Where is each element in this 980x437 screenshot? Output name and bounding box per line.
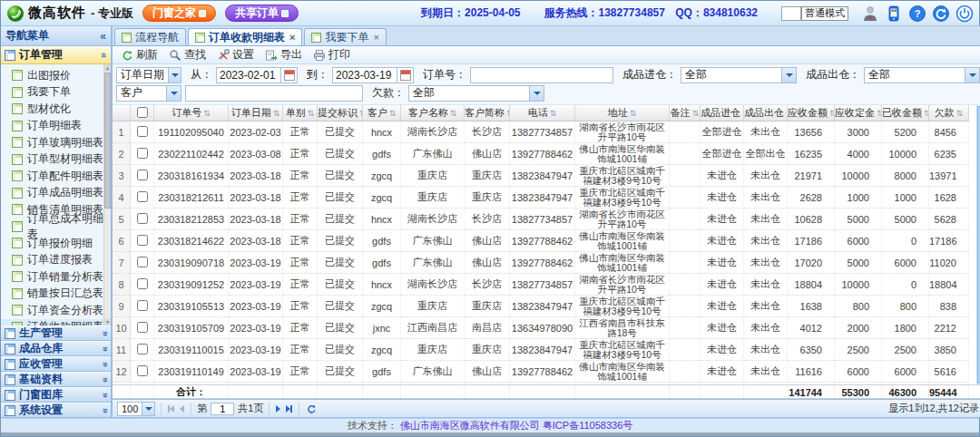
- table-row[interactable]: 9 230319105513 2023-03-19 正常 已提交 zgcq 重庆…: [113, 296, 969, 317]
- date-type-select[interactable]: 订单日期: [116, 67, 181, 83]
- row-checkbox[interactable]: [137, 257, 148, 267]
- column-header[interactable]: 客户⇅: [363, 105, 401, 121]
- column-header[interactable]: 电话⇅: [510, 105, 575, 121]
- table-row[interactable]: 11 230319110015 2023-03-19 正常 已提交 zgcq 重…: [113, 339, 969, 361]
- column-header[interactable]: 成品进仓⇅: [701, 105, 744, 121]
- order-no-input[interactable]: [470, 67, 613, 83]
- page-size-select[interactable]: 100: [117, 402, 155, 416]
- sort-icon[interactable]: ⇅: [389, 109, 397, 118]
- row-checkbox[interactable]: [137, 278, 148, 289]
- sidebar-collapse-icon[interactable]: «: [100, 30, 106, 43]
- chevron-down-icon[interactable]: [529, 86, 544, 101]
- mobile-app-icon[interactable]: [885, 5, 903, 23]
- sidebar-item[interactable]: 订单资金分析表: [1, 302, 111, 319]
- select-all-checkbox[interactable]: [137, 107, 148, 118]
- user-avatar-icon[interactable]: [861, 5, 879, 23]
- sidebar-item[interactable]: 订单明细表: [1, 118, 111, 135]
- sidebar-item[interactable]: 订单总成本明细表: [1, 218, 111, 236]
- first-page-button[interactable]: [167, 405, 175, 413]
- refresh-session-icon[interactable]: [932, 5, 950, 23]
- print-button[interactable]: 打印: [309, 46, 355, 63]
- column-header[interactable]: 欠款⇅: [929, 105, 969, 121]
- row-checkbox[interactable]: [137, 191, 148, 202]
- column-header[interactable]: 订单号⇅: [154, 105, 229, 121]
- table-row[interactable]: 7 230319090718 2023-03-19 正常 已提交 gdfs 广东…: [113, 252, 969, 274]
- chevron-down-icon[interactable]: [168, 68, 181, 83]
- table-row[interactable]: 2 230221102442 2023-03-08 正常 已提交 gdfs 广东…: [113, 143, 969, 165]
- sort-icon[interactable]: ⇅: [273, 109, 280, 118]
- refresh-button[interactable]: 刷新: [116, 46, 162, 63]
- find-button[interactable]: 查找: [164, 46, 211, 63]
- sidebar-item[interactable]: 订单收款明细表: [1, 319, 111, 326]
- debt-select[interactable]: 全部: [408, 85, 544, 102]
- date-to-input[interactable]: [332, 67, 397, 83]
- sidebar-item[interactable]: 出图报价: [1, 67, 111, 84]
- in-warehouse-select[interactable]: 全部: [681, 67, 797, 83]
- calendar-icon[interactable]: [397, 67, 414, 83]
- row-checkbox[interactable]: [137, 126, 148, 137]
- grid-scrollbar[interactable]: [976, 105, 980, 384]
- sort-icon[interactable]: ⇅: [956, 109, 964, 118]
- customer-type-select[interactable]: 客户: [116, 85, 181, 102]
- tab-process-nav[interactable]: 流程导航: [114, 28, 186, 45]
- column-header[interactable]: 单别⇅: [283, 105, 318, 121]
- table-row[interactable]: 10 230319105709 2023-03-19 正常 已提交 jxnc 江…: [113, 317, 969, 339]
- sidebar-item[interactable]: 我要下单: [1, 84, 111, 102]
- sidebar-scrollbar[interactable]: ▲ ▼: [103, 64, 111, 325]
- page-number-input[interactable]: [211, 403, 234, 415]
- mode-input[interactable]: [781, 6, 801, 21]
- last-page-button[interactable]: [285, 405, 293, 413]
- sort-icon[interactable]: ⇅: [692, 109, 700, 118]
- chevron-down-icon[interactable]: «: [99, 392, 110, 397]
- sidebar-section[interactable]: 成品仓库 «: [1, 341, 111, 356]
- tab-order-receipts[interactable]: 订单收款明细表 ×: [188, 28, 302, 45]
- out-warehouse-select[interactable]: 全部: [864, 67, 980, 83]
- chevron-down-icon[interactable]: «: [99, 407, 110, 413]
- scrollbar-thumb[interactable]: [104, 73, 111, 209]
- chevron-down-icon[interactable]: «: [99, 376, 110, 382]
- column-header[interactable]: 客户简称⇅: [465, 105, 510, 121]
- table-row[interactable]: 8 230319091252 2023-03-19 正常 已提交 hncx 湖南…: [113, 274, 969, 296]
- sidebar-item[interactable]: 销量按日汇总表: [1, 286, 111, 303]
- settings-button[interactable]: 设置: [212, 46, 259, 63]
- row-checkbox[interactable]: [137, 322, 148, 333]
- chevron-down-icon[interactable]: «: [99, 345, 110, 351]
- chevron-down-icon[interactable]: «: [99, 330, 110, 335]
- column-header[interactable]: 应收定金⇅: [835, 105, 882, 121]
- column-header[interactable]: 地址⇅: [575, 105, 670, 121]
- customer-input[interactable]: [185, 85, 363, 102]
- table-row[interactable]: 4 230318212611 2023-03-18 正常 已提交 zgcq 重庆…: [113, 187, 969, 209]
- sidebar-section[interactable]: 应收管理 «: [1, 356, 111, 372]
- chevron-down-icon[interactable]: [142, 403, 154, 415]
- sidebar-section[interactable]: 门窗图库 «: [1, 387, 111, 403]
- calendar-icon[interactable]: [281, 67, 298, 83]
- row-checkbox[interactable]: [137, 235, 148, 246]
- sidebar-item[interactable]: 订单成品明细表: [1, 185, 111, 202]
- power-logout-icon[interactable]: [956, 5, 974, 23]
- sort-icon[interactable]: ⇅: [308, 109, 315, 118]
- row-checkbox[interactable]: [137, 365, 148, 376]
- scroll-up-icon[interactable]: ▲: [104, 64, 111, 72]
- column-header[interactable]: 客户名称⇅: [401, 105, 465, 121]
- sidebar-item[interactable]: 订单玻璃明细表: [1, 134, 111, 151]
- column-header[interactable]: 已收金额⇅: [882, 105, 929, 121]
- chevron-down-icon[interactable]: [965, 68, 979, 83]
- help-icon[interactable]: ?: [908, 5, 926, 23]
- row-checkbox[interactable]: [137, 344, 148, 354]
- close-icon[interactable]: ×: [289, 33, 295, 43]
- scroll-down-icon[interactable]: ▼: [104, 318, 111, 325]
- table-row[interactable]: 6 230318214622 2023-03-18 正常 已提交 gdfs 广东…: [113, 230, 969, 252]
- row-checkbox[interactable]: [137, 300, 148, 311]
- sidebar-section[interactable]: 基础资料 «: [1, 372, 111, 387]
- mode-toggle-button[interactable]: 普通模式: [801, 6, 848, 21]
- sidebar-item[interactable]: 订单配件明细表: [1, 168, 111, 185]
- close-icon[interactable]: ×: [373, 33, 378, 43]
- export-button[interactable]: 导出: [260, 46, 307, 63]
- next-page-button[interactable]: [275, 405, 281, 413]
- chevron-down-icon[interactable]: «: [99, 361, 110, 366]
- chevron-up-icon[interactable]: «: [99, 52, 110, 57]
- door-window-home-button[interactable]: 门窗之家: [142, 5, 216, 22]
- sidebar-item[interactable]: 订单进度报表: [1, 252, 111, 269]
- sidebar-item[interactable]: 型材优化: [1, 101, 111, 118]
- date-from-input[interactable]: [216, 67, 281, 83]
